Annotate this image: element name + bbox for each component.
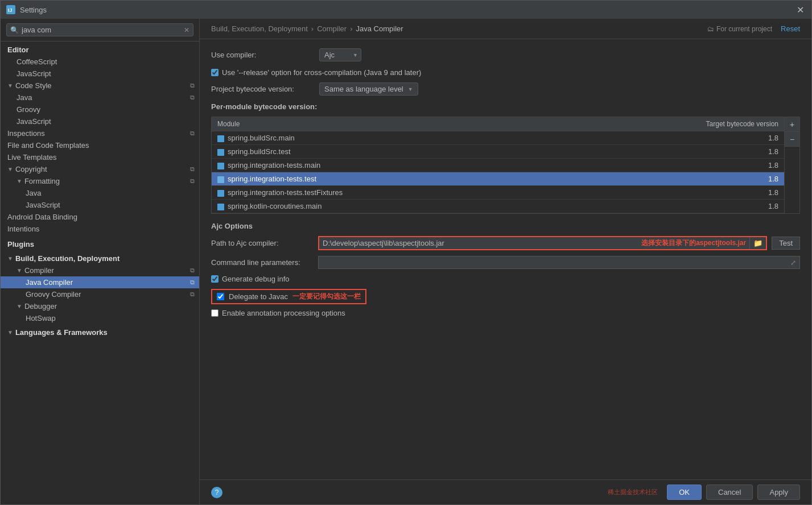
- sidebar-item-copyright[interactable]: ▼ Copyright ⧉: [1, 163, 199, 175]
- sidebar-item-java-format[interactable]: Java: [1, 187, 199, 199]
- table-row-selected[interactable]: spring.integration-tests.test 1.8: [212, 172, 784, 186]
- use-compiler-label: Use compiler:: [211, 51, 314, 59]
- coffeescript-label: CoffeeScript: [17, 57, 57, 66]
- sidebar-item-lang-frameworks[interactable]: ▼ Languages & Frameworks: [1, 326, 199, 338]
- bottom-bar: ? 稀土掘金技术社区 OK Cancel Apply: [200, 479, 811, 504]
- breadcrumb-actions: 🗂 For current project Reset: [707, 24, 800, 33]
- module-table: Module Target bytecode version spring.bu…: [212, 117, 784, 213]
- sidebar-item-intentions[interactable]: Intentions: [1, 223, 199, 235]
- module-icon: [217, 163, 224, 169]
- copyright-label: Copyright: [15, 165, 47, 173]
- annotation-processing-checkbox[interactable]: [211, 309, 219, 317]
- table-row[interactable]: spring.integration-tests.main 1.8: [212, 159, 784, 172]
- copyright-copy-icon: ⧉: [190, 165, 195, 173]
- settings-dialog: IJ Settings ✕ 🔍 ✕ Editor CoffeeScript: [0, 0, 812, 505]
- for-current-project-label: For current project: [716, 25, 772, 33]
- close-button[interactable]: ✕: [794, 4, 806, 15]
- sidebar-item-javascript-style[interactable]: JavaScript: [1, 115, 199, 127]
- sidebar-item-coffeescript[interactable]: CoffeeScript: [1, 56, 199, 68]
- project-bytecode-label: Project bytecode version:: [211, 85, 314, 93]
- sidebar-tree: Editor CoffeeScript JavaScript ▼ Code St…: [1, 42, 199, 504]
- sidebar: 🔍 ✕ Editor CoffeeScript JavaScript ▼ Cod: [1, 19, 200, 504]
- delegate-hint: 一定要记得勾选这一栏: [292, 292, 361, 301]
- sidebar-item-live-templates[interactable]: Live Templates: [1, 151, 199, 163]
- table-remove-button[interactable]: −: [785, 132, 799, 147]
- table-row[interactable]: spring.buildSrc.main 1.8: [212, 131, 784, 145]
- version-cell: 1.8: [567, 131, 784, 145]
- cmd-input-wrap: ⤢: [318, 256, 800, 269]
- sidebar-item-groovy-style[interactable]: Groovy: [1, 104, 199, 115]
- build-exec-deploy-arrow: ▼: [7, 255, 13, 262]
- module-icon: [217, 204, 224, 210]
- breadcrumb-part2: Compiler: [317, 24, 347, 33]
- sidebar-item-groovy-compiler[interactable]: Groovy Compiler ⧉: [1, 288, 199, 300]
- groovy-compiler-sidebar-label: Groovy Compiler: [26, 290, 81, 299]
- sidebar-item-compiler[interactable]: ▼ Compiler ⧉: [1, 264, 199, 276]
- expand-icon[interactable]: ⤢: [790, 259, 796, 267]
- search-input[interactable]: [22, 26, 181, 34]
- sidebar-item-formatting[interactable]: ▼ Formatting ⧉: [1, 175, 199, 187]
- dialog-title: Settings: [20, 6, 47, 14]
- main-panel: Build, Execution, Deployment › Compiler …: [200, 19, 811, 504]
- path-input[interactable]: [319, 237, 638, 249]
- use-compiler-row: Use compiler: Ajc Javac Eclipse: [211, 48, 800, 61]
- groovy-compiler-copy-icon: ⧉: [190, 291, 195, 298]
- sidebar-item-android-data-binding[interactable]: Android Data Binding: [1, 211, 199, 223]
- breadcrumb: Build, Execution, Deployment › Compiler …: [211, 24, 403, 33]
- module-cell: spring.buildSrc.main: [212, 131, 567, 145]
- sidebar-item-code-style[interactable]: ▼ Code Style ⧉: [1, 80, 199, 92]
- project-bytecode-row: Project bytecode version: Same as langua…: [211, 82, 800, 96]
- delegate-javac-checkbox[interactable]: [217, 293, 224, 300]
- sidebar-item-editor[interactable]: Editor: [1, 44, 199, 56]
- ok-button[interactable]: OK: [667, 485, 702, 500]
- generate-debug-checkbox[interactable]: [211, 275, 219, 283]
- sidebar-item-javascript-format[interactable]: JavaScript: [1, 199, 199, 211]
- sidebar-item-hotswap[interactable]: HotSwap: [1, 312, 199, 324]
- path-hint: 选择安装目录下的aspectjtools.jar: [638, 238, 749, 248]
- lang-frameworks-arrow: ▼: [7, 329, 13, 336]
- ajc-options: Ajc Options Path to Ajc compiler: 选择安装目录…: [211, 222, 800, 269]
- cmd-input[interactable]: [322, 258, 788, 267]
- sidebar-item-plugins[interactable]: Plugins: [1, 238, 199, 250]
- sidebar-item-java-style[interactable]: Java ⧉: [1, 92, 199, 104]
- compiler-select-wrap: Ajc Javac Eclipse: [319, 48, 361, 61]
- annotation-processing-row: Enable annotation processing options: [211, 309, 800, 317]
- compiler-select[interactable]: Ajc Javac Eclipse: [319, 48, 361, 61]
- bottom-right-area: 稀土掘金技术社区 OK Cancel Apply: [608, 485, 800, 500]
- help-button[interactable]: ?: [211, 487, 222, 498]
- table-row[interactable]: spring.buildSrc.test 1.8: [212, 145, 784, 159]
- module-icon: [217, 190, 224, 197]
- copyright-arrow: ▼: [7, 166, 13, 172]
- use-release-checkbox[interactable]: [211, 69, 219, 76]
- delegate-javac-label: Delegate to Javac: [229, 292, 288, 301]
- table-row[interactable]: spring.kotlin-coroutines.main 1.8: [212, 200, 784, 213]
- javascript-editor-label: JavaScript: [17, 69, 51, 78]
- test-button[interactable]: Test: [772, 237, 800, 250]
- table-row[interactable]: spring.integration-tests.testFixtures 1.…: [212, 186, 784, 200]
- module-icon: [217, 135, 224, 142]
- inspections-copy-icon: ⧉: [190, 130, 195, 137]
- table-add-button[interactable]: +: [785, 117, 799, 132]
- watermark: 稀土掘金技术社区: [608, 488, 658, 496]
- reset-button[interactable]: Reset: [781, 24, 800, 33]
- hotswap-label: HotSwap: [26, 314, 56, 322]
- project-bytecode-dropdown[interactable]: Same as language level ▼: [319, 82, 418, 96]
- version-cell-selected: 1.8: [567, 172, 784, 186]
- sidebar-item-java-compiler[interactable]: Java Compiler ⧉: [1, 276, 199, 288]
- build-exec-deploy-label: Build, Execution, Deployment: [15, 254, 119, 263]
- sidebar-item-file-code-templates[interactable]: File and Code Templates: [1, 139, 199, 151]
- search-clear-button[interactable]: ✕: [184, 26, 189, 34]
- title-bar: IJ Settings ✕: [1, 1, 811, 19]
- sidebar-item-inspections[interactable]: Inspections ⧉: [1, 127, 199, 139]
- breadcrumb-part1: Build, Execution, Deployment: [211, 24, 308, 33]
- sidebar-item-debugger[interactable]: ▼ Debugger: [1, 300, 199, 312]
- sidebar-item-javascript-editor[interactable]: JavaScript: [1, 68, 199, 80]
- apply-button[interactable]: Apply: [757, 485, 800, 500]
- path-browse-button[interactable]: 📁: [749, 237, 766, 249]
- sidebar-item-build-exec-deploy[interactable]: ▼ Build, Execution, Deployment: [1, 252, 199, 264]
- cancel-button[interactable]: Cancel: [706, 485, 753, 500]
- android-data-binding-label: Android Data Binding: [7, 213, 77, 221]
- for-current-project-button[interactable]: 🗂 For current project: [707, 25, 772, 33]
- bytecode-dropdown-arrow: ▼: [408, 86, 413, 92]
- app-icon: IJ: [6, 5, 15, 14]
